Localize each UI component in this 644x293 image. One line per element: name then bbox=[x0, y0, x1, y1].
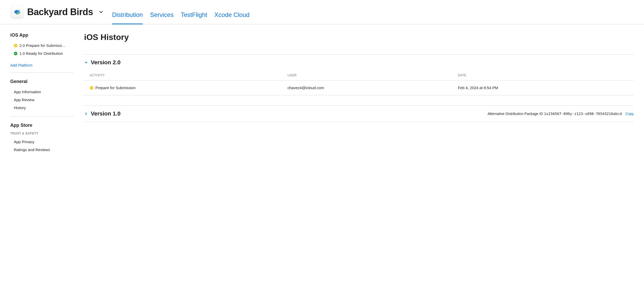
sidebar-item-label: History bbox=[14, 106, 26, 110]
sidebar-item-label: App Review bbox=[14, 98, 34, 102]
divider bbox=[10, 116, 74, 117]
tab-distribution[interactable]: Distribution bbox=[112, 11, 143, 24]
sidebar-item-label: 1.0 Ready for Distribution bbox=[19, 51, 63, 56]
col-user: USER bbox=[287, 70, 458, 80]
sidebar: iOS App 2.0 Prepare for Submissi… 1.0 Re… bbox=[10, 24, 76, 158]
version-header-1[interactable]: Version 1.0 Alternative Distribution Pac… bbox=[84, 106, 634, 122]
sidebar-item-app-privacy[interactable]: App Privacy bbox=[10, 138, 76, 146]
copy-button[interactable]: Copy bbox=[625, 112, 634, 116]
chevron-down-icon[interactable] bbox=[98, 9, 104, 15]
package-id-value: 1x234567-890y-z123-x098-76543210abcd bbox=[544, 112, 622, 116]
tab-xcode-cloud[interactable]: Xcode Cloud bbox=[214, 11, 249, 24]
main: iOS History Version 2.0 ACTIVITY USER DA… bbox=[76, 24, 634, 158]
tab-services[interactable]: Services bbox=[150, 11, 174, 24]
clock-icon bbox=[90, 86, 93, 90]
app-title-group[interactable]: Backyard Birds bbox=[10, 5, 104, 24]
sidebar-subheader-trust-safety: TRUST & SAFETY bbox=[10, 132, 76, 135]
sidebar-item-history[interactable]: History bbox=[10, 104, 76, 112]
version-section-2: Version 2.0 ACTIVITY USER DATE bbox=[84, 54, 634, 95]
chevron-right-icon bbox=[84, 112, 88, 116]
package-id-label: Alternative Distribution Package ID bbox=[488, 112, 543, 116]
sidebar-section-general: General bbox=[10, 79, 76, 84]
sidebar-section-app-store: App Store bbox=[10, 123, 76, 128]
table-row: Prepare for Submission chavez4@icloud.co… bbox=[84, 80, 634, 95]
clock-icon bbox=[14, 44, 17, 47]
sidebar-item-label: App Information bbox=[14, 90, 41, 94]
app-icon bbox=[10, 5, 24, 19]
sidebar-item-version-2[interactable]: 2.0 Prepare for Submissi… bbox=[10, 41, 76, 49]
header: Backyard Birds Distribution Services Tes… bbox=[0, 0, 644, 24]
sidebar-item-version-1[interactable]: 1.0 Ready for Distribution bbox=[10, 49, 76, 57]
user-cell: chavez4@icloud.com bbox=[287, 80, 458, 95]
col-date: DATE bbox=[458, 70, 634, 80]
check-icon bbox=[14, 52, 17, 55]
sidebar-item-app-review[interactable]: App Review bbox=[10, 96, 76, 104]
divider bbox=[10, 72, 74, 73]
version-section-1: Version 1.0 Alternative Distribution Pac… bbox=[84, 106, 634, 122]
version-title: Version 1.0 bbox=[91, 110, 120, 117]
sidebar-item-label: 2.0 Prepare for Submissi… bbox=[19, 43, 66, 48]
app-title: Backyard Birds bbox=[27, 7, 93, 17]
tabs-nav: Distribution Services TestFlight Xcode C… bbox=[112, 11, 249, 24]
sidebar-section-ios-app: iOS App bbox=[10, 33, 76, 38]
add-platform-link[interactable]: Add Platform bbox=[10, 62, 76, 68]
sidebar-item-app-information[interactable]: App Information bbox=[10, 88, 76, 96]
col-activity: ACTIVITY bbox=[84, 70, 287, 80]
sidebar-item-label: Ratings and Reviews bbox=[14, 148, 50, 152]
tab-testflight[interactable]: TestFlight bbox=[181, 11, 207, 24]
date-cell: Feb 4, 2024 at 8:54 PM bbox=[458, 80, 634, 95]
history-table: ACTIVITY USER DATE Prepare for Submissi bbox=[84, 70, 634, 95]
activity-label: Prepare for Submission bbox=[95, 86, 136, 90]
version-title: Version 2.0 bbox=[91, 59, 120, 66]
chevron-down-icon bbox=[84, 60, 88, 65]
version-header-2[interactable]: Version 2.0 bbox=[84, 55, 634, 70]
sidebar-item-ratings-reviews[interactable]: Ratings and Reviews bbox=[10, 146, 76, 154]
sidebar-item-label: App Privacy bbox=[14, 140, 34, 144]
page-title: iOS History bbox=[84, 33, 634, 42]
